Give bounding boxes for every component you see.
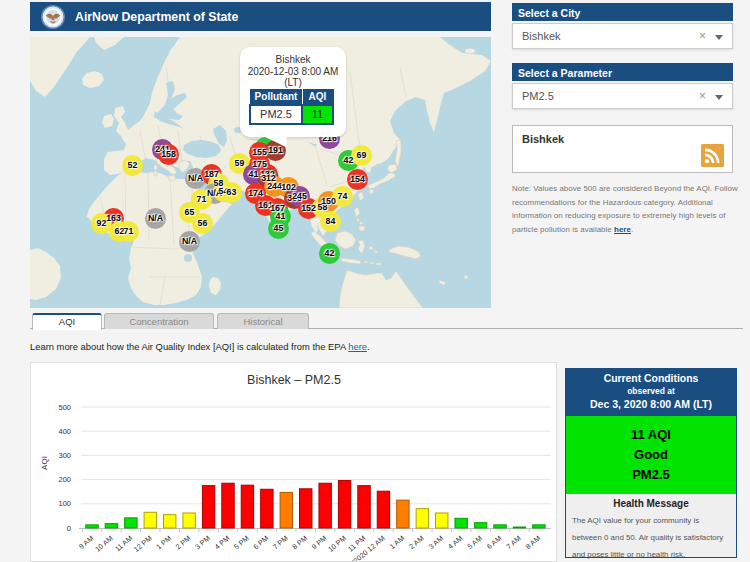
svg-text:8 PM: 8 PM [290, 534, 309, 552]
svg-text:5 PM: 5 PM [232, 534, 251, 552]
svg-text:5 AM: 5 AM [466, 534, 484, 551]
svg-text:200: 200 [58, 475, 71, 484]
svg-text:2 PM: 2 PM [174, 534, 193, 552]
svg-text:12 PM: 12 PM [132, 534, 154, 554]
svg-text:8 AM: 8 AM [524, 534, 542, 551]
svg-text:9 AM: 9 AM [77, 534, 95, 551]
svg-text:4 PM: 4 PM [213, 534, 232, 552]
svg-text:7 PM: 7 PM [271, 534, 290, 552]
svg-text:6 PM: 6 PM [252, 534, 271, 552]
svg-text:7 AM: 7 AM [504, 534, 522, 551]
svg-text:400: 400 [58, 427, 71, 436]
svg-text:AQI: AQI [40, 456, 49, 470]
svg-text:10 AM: 10 AM [93, 534, 114, 554]
svg-text:Bishkek – PM2.5: Bishkek – PM2.5 [247, 373, 341, 387]
svg-text:3 AM: 3 AM [427, 534, 445, 551]
svg-text:4 AM: 4 AM [446, 534, 464, 551]
svg-text:0: 0 [67, 524, 71, 533]
svg-text:10 PM: 10 PM [326, 534, 348, 554]
svg-text:6 AM: 6 AM [485, 534, 503, 551]
svg-text:500: 500 [58, 403, 71, 412]
svg-text:3 PM: 3 PM [193, 534, 212, 552]
svg-text:11 AM: 11 AM [113, 534, 134, 554]
svg-text:300: 300 [58, 451, 71, 460]
svg-text:9 PM: 9 PM [310, 534, 329, 552]
svg-text:1 AM: 1 AM [388, 534, 406, 551]
svg-text:100: 100 [58, 499, 71, 508]
svg-text:2 AM: 2 AM [407, 534, 425, 551]
svg-text:1 PM: 1 PM [154, 534, 173, 552]
